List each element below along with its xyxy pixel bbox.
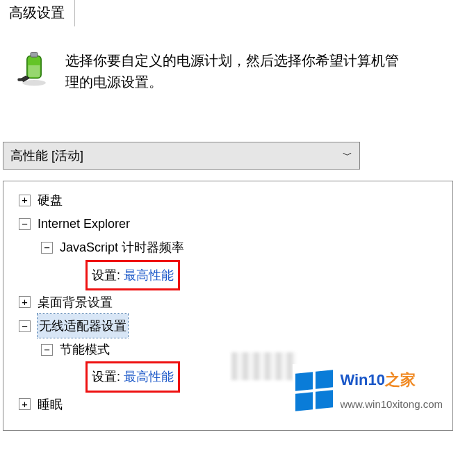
node-label: 硬盘 — [38, 188, 63, 212]
watermark: Win10之家 www.win10xitong.com — [293, 364, 445, 416]
chevron-down-icon: ﹀ — [343, 149, 352, 162]
description-row: 选择你要自定义的电源计划，然后选择你希望计算机管理的电源设置。 — [15, 50, 458, 93]
battery-plug-icon — [15, 50, 53, 91]
node-label: 睡眠 — [38, 393, 63, 416]
node-label-selected: 无线适配器设置 — [38, 314, 128, 338]
tree-node-power-saving[interactable]: − 节能模式 — [9, 338, 447, 361]
tree-node-hard-disk[interactable]: + 硬盘 — [9, 188, 447, 212]
svg-rect-2 — [31, 52, 38, 57]
watermark-brand-suffix: 之家 — [385, 371, 416, 388]
tree-node-js-timer[interactable]: − JavaScript 计时器频率 — [9, 236, 447, 259]
power-plan-selected: 高性能 [活动] — [10, 147, 83, 164]
collapse-icon[interactable]: − — [41, 344, 53, 356]
collapse-icon[interactable]: − — [19, 218, 31, 230]
svg-point-0 — [22, 80, 46, 85]
tab-label: 高级设置 — [9, 5, 65, 20]
node-label: Internet Explorer — [38, 212, 130, 236]
tree-node-wireless[interactable]: − 无线适配器设置 — [9, 314, 447, 338]
svg-rect-3 — [28, 65, 40, 77]
watermark-brand-main: Win10 — [340, 371, 385, 388]
svg-rect-4 — [17, 79, 22, 81]
setting-value-link[interactable]: 最高性能 — [124, 370, 174, 384]
setting-label: 设置: — [92, 370, 120, 384]
setting-value-link[interactable]: 最高性能 — [124, 268, 174, 282]
power-plan-dropdown[interactable]: 高性能 [活动] ﹀ — [3, 142, 360, 170]
setting-label: 设置: — [92, 268, 120, 282]
collapse-icon[interactable]: − — [19, 320, 31, 332]
tree-setting-row: 设置: 最高性能 — [9, 260, 447, 290]
tree-node-desktop-bg[interactable]: + 桌面背景设置 — [9, 290, 447, 314]
watermark-url: www.win10xitong.com — [340, 395, 443, 415]
collapse-icon[interactable]: − — [41, 242, 53, 254]
tree-node-ie[interactable]: − Internet Explorer — [9, 212, 447, 236]
expand-icon[interactable]: + — [19, 398, 31, 410]
node-label: 节能模式 — [60, 338, 110, 361]
censored-region — [231, 352, 295, 380]
settings-tree: + 硬盘 − Internet Explorer − JavaScript 计时… — [3, 181, 453, 431]
expand-icon[interactable]: + — [19, 296, 31, 308]
windows-logo-icon — [295, 370, 333, 411]
description-text: 选择你要自定义的电源计划，然后选择你希望计算机管理的电源设置。 — [65, 50, 406, 93]
node-label: 桌面背景设置 — [38, 290, 113, 314]
tab-advanced-settings[interactable]: 高级设置 — [0, 0, 75, 26]
node-label: JavaScript 计时器频率 — [60, 236, 184, 259]
expand-icon[interactable]: + — [19, 195, 31, 206]
